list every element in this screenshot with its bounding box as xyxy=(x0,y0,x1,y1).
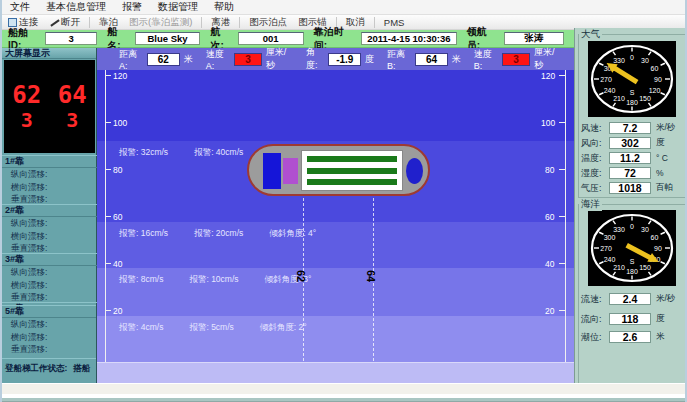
alarm-speed-label: 报警: 10cm/s xyxy=(189,274,238,286)
speed-a-label: 速度A: xyxy=(206,48,230,71)
wind-speed-value: 7.2 xyxy=(609,122,651,134)
led-display: 62 64 3 3 xyxy=(4,60,95,153)
current-direction-unit: 度 xyxy=(651,313,665,325)
dock-strip xyxy=(97,362,574,383)
svg-text:270: 270 xyxy=(600,245,612,252)
distance-a-marker-label: 62 xyxy=(295,270,307,282)
weather-group-title: 大气 xyxy=(579,28,602,41)
berth-section-2: 2#靠 纵向漂移: 横向漂移: 垂直漂移: xyxy=(2,204,97,254)
y-tick-label: 120 xyxy=(113,71,127,81)
cargo-bar xyxy=(307,168,397,174)
tide-level-value: 2.6 xyxy=(609,331,651,343)
alarm-speed-label: 报警: 20cm/s xyxy=(194,228,243,240)
voyage-input[interactable]: 001 xyxy=(238,32,304,45)
berth-5-title: 5#靠 xyxy=(2,305,96,318)
y-tick-label: 60 xyxy=(113,212,122,222)
svg-text:240: 240 xyxy=(604,256,616,263)
distance-b-marker-label: 64 xyxy=(365,270,377,282)
svg-text:240: 240 xyxy=(604,87,616,94)
berth-section-3: 3#靠 纵向漂移: 横向漂移: 垂直漂移: xyxy=(2,253,97,303)
y-tick-label: 120 xyxy=(541,71,555,81)
y-tick-label: 20 xyxy=(545,306,554,316)
svg-text:150: 150 xyxy=(639,264,651,271)
lateral-drift-label: 横向漂移: xyxy=(2,279,97,292)
svg-text:330: 330 xyxy=(613,226,625,233)
humidity-label: 湿度: xyxy=(575,167,609,180)
svg-text:90: 90 xyxy=(654,245,662,252)
berth-2-title: 2#靠 xyxy=(2,204,97,217)
speed-b-label: 速度B: xyxy=(474,48,498,71)
y-tick-label: 80 xyxy=(113,165,122,175)
ocean-group-title: 海洋 xyxy=(579,198,602,211)
alarm-speed-label: 报警: 40cm/s xyxy=(194,147,243,159)
longitudinal-drift-label: 纵向漂移: xyxy=(2,318,96,331)
temperature-label: 温度: xyxy=(575,152,609,165)
cargo-bar xyxy=(307,156,397,162)
lateral-drift-label: 横向漂移: xyxy=(2,181,97,194)
ship-id-input[interactable]: 3 xyxy=(45,32,97,45)
right-axis xyxy=(565,70,566,362)
status-bar xyxy=(2,383,687,394)
wind-direction-gauge: 0 30 60 90 120 150 180 210 240 270 300 3… xyxy=(588,41,676,117)
svg-text:180: 180 xyxy=(626,268,638,275)
svg-text:60: 60 xyxy=(651,234,659,241)
ship-name-input[interactable]: Blue Sky xyxy=(135,32,201,45)
cargo-bar xyxy=(307,179,397,185)
lateral-drift-label: 横向漂移: xyxy=(2,230,97,243)
humidity-unit: % xyxy=(651,168,664,178)
berth-1-title: 1#靠 xyxy=(2,155,97,168)
pilot-input[interactable]: 张涛 xyxy=(504,32,564,45)
current-direction-label: 流向: xyxy=(575,313,609,326)
distance-a-unit: 米 xyxy=(184,53,193,66)
menu-alarm[interactable]: 报警 xyxy=(122,0,142,14)
y-tick-label: 100 xyxy=(541,118,555,128)
pressure-value: 1018 xyxy=(609,182,651,194)
lateral-drift-label: 横向漂移: xyxy=(2,331,96,344)
alarm-speed-label: 报警: 5cm/s xyxy=(189,322,233,334)
berthing-plot: 报警: 32cm/s 报警: 40cm/s 倾斜角度: 5° 报警: 16cm/… xyxy=(97,70,574,383)
menu-help[interactable]: 帮助 xyxy=(214,0,234,14)
ship-deckhouse xyxy=(283,158,298,184)
speed-b-unit: 厘米/秒 xyxy=(534,46,561,72)
svg-text:210: 210 xyxy=(613,264,625,271)
tide-level-unit: 米 xyxy=(651,331,665,343)
menu-basic-info[interactable]: 基本信息管理 xyxy=(46,0,106,14)
alarm-band-3deg: 报警: 8cm/s 报警: 10cm/s 倾斜角度: 3° xyxy=(97,268,574,316)
pressure-label: 气压: xyxy=(575,182,609,195)
window-frame-bottom xyxy=(2,398,687,402)
tilt-angle-label: 倾斜角度: 4° xyxy=(269,228,316,240)
sidebar-bottom: 5#靠 纵向漂移: 横向漂移: 垂直漂移: 登船梯工作状态: 搭船 xyxy=(2,305,97,383)
current-speed-label: 流速: xyxy=(575,293,609,306)
speed-a-value: 3 xyxy=(234,53,262,66)
distance-a-value: 62 xyxy=(147,53,180,66)
svg-text:270: 270 xyxy=(600,76,612,83)
svg-text:150: 150 xyxy=(639,95,651,102)
svg-text:30: 30 xyxy=(641,57,649,64)
speed-a-unit: 厘米/秒 xyxy=(266,46,293,72)
tilt-angle-label: 倾斜角度: 2° xyxy=(260,322,307,334)
longitudinal-drift-label: 纵向漂移: xyxy=(2,168,97,181)
speed-b-value: 3 xyxy=(502,53,530,66)
app-window: 文件 基本信息管理 报警 数据管理 帮助 连接 断开 靠泊 图示(靠泊监测) 离… xyxy=(0,0,687,402)
menu-file[interactable]: 文件 xyxy=(10,0,30,14)
alarm-band-4deg: 报警: 16cm/s 报警: 20cm/s 倾斜角度: 4° xyxy=(97,222,574,268)
ship-superstructure xyxy=(263,153,281,189)
led-distance-b: 64 xyxy=(58,82,87,108)
menu-bar: 文件 基本信息管理 报警 数据管理 帮助 xyxy=(2,0,687,15)
menu-data[interactable]: 数据管理 xyxy=(158,0,198,14)
angle-value: -1.9 xyxy=(328,53,361,66)
alarm-speed-label: 报警: 16cm/s xyxy=(119,228,168,240)
wind-speed-label: 风速: xyxy=(575,122,609,135)
distance-b-value: 64 xyxy=(415,53,448,66)
berth-time-input[interactable]: 2011-4-15 10:30:36 xyxy=(361,32,457,45)
temperature-value: 11.2 xyxy=(609,152,651,164)
berth-section-1: 1#靠 纵向漂移: 横向漂移: 垂直漂移: xyxy=(2,155,97,205)
distance-a-label: 距离A: xyxy=(119,48,143,71)
svg-text:0: 0 xyxy=(630,54,634,61)
svg-text:300: 300 xyxy=(604,234,616,241)
ship-bow-tank xyxy=(406,158,423,184)
ship-cargo-hold xyxy=(301,150,403,191)
pressure-unit: 百帕 xyxy=(651,182,673,194)
toolbar-separator xyxy=(201,17,202,28)
measure-bar: 距离A: 62 米 速度A: 3 厘米/秒 角度: -1.9 度 距离B: 64… xyxy=(97,48,574,70)
